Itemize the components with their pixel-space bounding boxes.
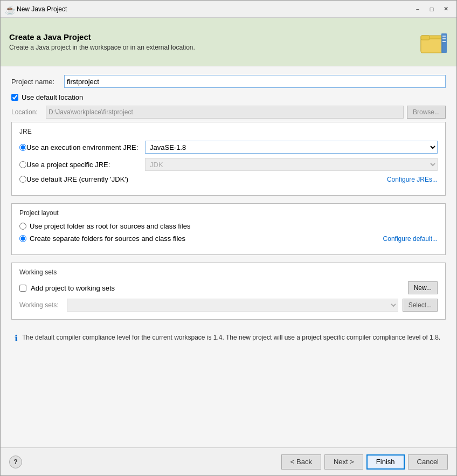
jre-section-title: JRE [19,128,438,135]
jre-specific-wrapper: JDK [145,158,438,171]
jre-option1-radio[interactable] [19,144,26,151]
wizard-content: Project name: Use default location Locat… [1,66,456,447]
app-icon: ☕ [5,5,13,13]
new-working-set-button[interactable]: New... [408,281,438,294]
header-text-block: Create a Java Project Create a Java proj… [9,32,414,51]
close-button[interactable]: ✕ [439,3,452,15]
info-text: The default compiler compliance level fo… [22,333,440,342]
project-name-row: Project name: [11,75,446,88]
configure-default-link[interactable]: Configure default... [383,235,438,243]
finish-button[interactable]: Finish [366,454,405,470]
working-sets-section: Working sets Add project to working sets… [11,263,446,320]
layout-option1-label[interactable]: Use project folder as root for sources a… [30,222,190,230]
title-bar: ☕ New Java Project − □ ✕ [1,1,456,18]
project-layout-section: Project layout Use project folder as roo… [11,203,446,255]
info-box: ℹ The default compiler compliance level … [11,327,446,349]
help-button[interactable]: ? [9,456,22,468]
jre-select-wrapper: JavaSE-1.8 [145,141,438,154]
back-button[interactable]: < Back [281,454,321,470]
jre-option3-label[interactable]: Use default JRE (currently 'JDK') [26,175,128,183]
svg-rect-2 [421,36,430,40]
jre-option1-row: Use an execution environment JRE: JavaSE… [19,141,438,154]
layout-option2-row: Create separate folders for sources and … [19,234,438,243]
use-default-location-label[interactable]: Use default location [22,93,83,101]
project-name-input[interactable] [64,75,446,88]
cancel-button[interactable]: Cancel [408,454,448,470]
working-sets-row: Working sets: Select... [19,299,438,312]
jre-option2-row: Use a project specific JRE: JDK [19,158,438,171]
minimize-button[interactable]: − [411,3,424,15]
header-icon [420,28,448,56]
working-sets-select [67,299,398,312]
window-controls: − □ ✕ [411,3,452,15]
window-title: New Java Project [17,5,411,13]
wizard-footer: ? < Back Next > Finish Cancel [1,447,456,475]
location-label: Location: [11,108,43,116]
footer-left: ? [9,456,281,468]
add-to-working-sets-label[interactable]: Add project to working sets [31,284,115,292]
browse-button[interactable]: Browse... [407,106,446,119]
working-sets-title: Working sets [19,268,438,276]
jre-specific-select: JDK [145,158,438,171]
use-default-location-row: Use default location [11,93,446,101]
working-sets-label: Working sets: [19,301,63,309]
configure-jres-link[interactable]: Configure JREs... [387,176,438,183]
info-icon: ℹ [15,333,18,343]
layout-option2-label[interactable]: Create separate folders for sources and … [30,234,185,243]
layout-option1-row: Use project folder as root for sources a… [19,222,438,230]
next-button[interactable]: Next > [324,454,363,470]
jre-environment-select[interactable]: JavaSE-1.8 [145,141,438,154]
jre-option3-radio[interactable] [19,176,26,183]
footer-buttons: < Back Next > Finish Cancel [281,454,448,470]
jre-option1-label[interactable]: Use an execution environment JRE: [26,143,145,151]
select-working-set-button[interactable]: Select... [403,299,438,312]
jre-section: JRE Use an execution environment JRE: Ja… [11,122,446,196]
jre-option2-label[interactable]: Use a project specific JRE: [26,161,145,169]
jre-option2-radio[interactable] [19,161,26,168]
layout-option1-radio[interactable] [19,223,26,230]
header-subtitle: Create a Java project in the workspace o… [9,44,414,51]
location-row: Location: Browse... [11,106,446,119]
wizard-header: Create a Java Project Create a Java proj… [1,18,456,66]
working-sets-controls: Add project to working sets New... [19,281,438,294]
add-to-working-sets-checkbox[interactable] [19,285,26,292]
location-input [46,106,404,119]
use-default-location-checkbox[interactable] [11,94,18,101]
project-layout-title: Project layout [19,209,438,217]
jre-option3-row: Use default JRE (currently 'JDK') Config… [19,175,438,183]
header-title: Create a Java Project [9,32,414,42]
svg-rect-1 [421,39,442,53]
maximize-button[interactable]: □ [425,3,438,15]
layout-option2-radio[interactable] [19,235,26,242]
project-name-label: Project name: [11,78,60,86]
